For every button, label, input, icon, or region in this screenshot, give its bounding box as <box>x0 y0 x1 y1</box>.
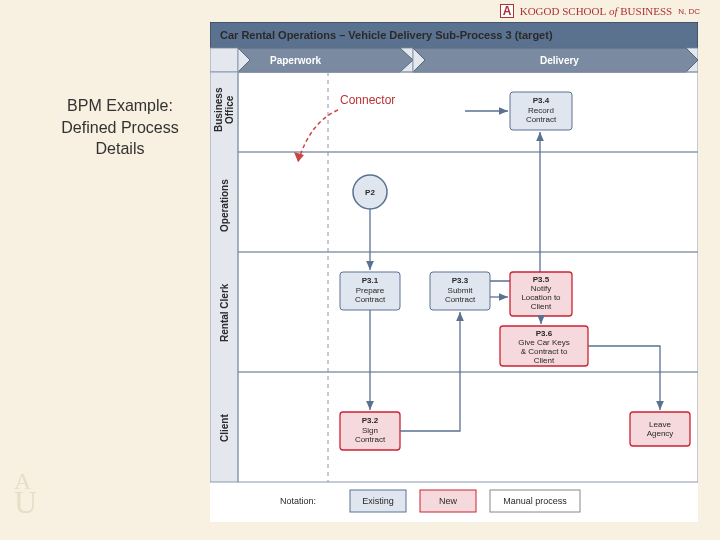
svg-text:Paperwork: Paperwork <box>270 55 322 66</box>
svg-marker-3 <box>238 48 413 72</box>
header-logo: KOGOD SCHOOL of BUSINESS N, DC <box>500 2 700 20</box>
svg-marker-14 <box>294 152 304 162</box>
au-logo-icon <box>500 4 514 18</box>
legend-label: Notation: <box>280 496 316 506</box>
svg-text:SubmitContract: SubmitContract <box>445 286 476 304</box>
diagram-title: Car Rental Operations – Vehicle Delivery… <box>220 29 553 41</box>
svg-rect-10 <box>238 152 698 252</box>
svg-text:P3.6: P3.6 <box>536 329 553 338</box>
svg-text:PrepareContract: PrepareContract <box>355 286 386 304</box>
bpm-diagram: Car Rental Operations – Vehicle Delivery… <box>210 22 698 522</box>
lane-operations: Operations <box>219 179 230 232</box>
svg-text:P3.4: P3.4 <box>533 96 550 105</box>
svg-text:LeaveAgency: LeaveAgency <box>647 420 674 438</box>
phase-delivery: Delivery <box>413 48 698 72</box>
svg-text:RecordContract: RecordContract <box>526 106 557 124</box>
au-watermark: AU <box>14 466 37 514</box>
svg-rect-11 <box>238 252 698 372</box>
lane-client: Client <box>219 414 230 442</box>
location-text: N, DC <box>678 7 700 16</box>
svg-rect-1 <box>210 48 238 72</box>
svg-text:P3.5: P3.5 <box>533 275 550 284</box>
svg-text:Delivery: Delivery <box>540 55 579 66</box>
lane-rental-clerk: Rental Clerk <box>219 283 230 342</box>
svg-text:P3.2: P3.2 <box>362 416 379 425</box>
svg-text:P3.3: P3.3 <box>452 276 469 285</box>
svg-text:New: New <box>439 496 458 506</box>
phase-paperwork: Paperwork <box>238 48 413 72</box>
connector-annotation: Connector <box>340 93 395 107</box>
school-name: KOGOD SCHOOL of BUSINESS <box>520 5 673 17</box>
svg-text:Manual process: Manual process <box>503 496 567 506</box>
svg-text:P3.1: P3.1 <box>362 276 379 285</box>
svg-text:P2: P2 <box>365 188 375 197</box>
svg-text:Existing: Existing <box>362 496 394 506</box>
slide-title: BPM Example: Defined Process Details <box>40 95 200 160</box>
svg-rect-12 <box>238 372 698 482</box>
